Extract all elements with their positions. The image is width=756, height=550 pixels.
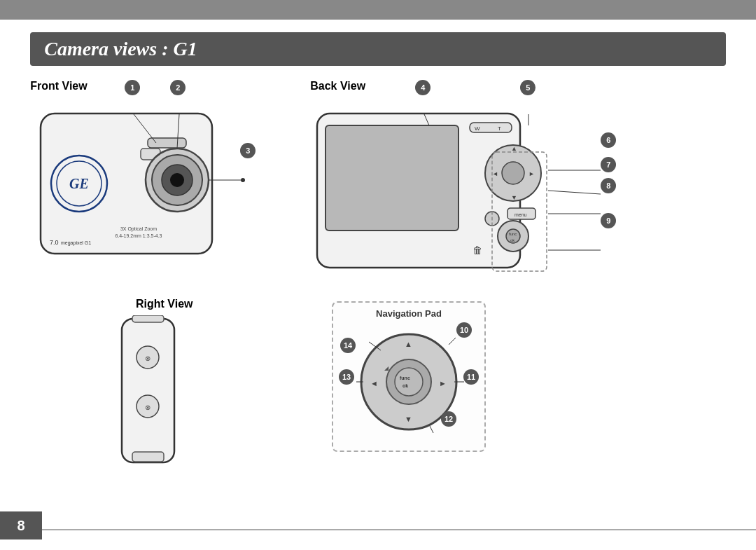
page-number: 8 — [17, 518, 24, 534]
back-camera-svg: W T ▲ ▼ ◄ ► menu func ok 🗑 — [310, 110, 625, 282]
svg-text:ok: ok — [402, 383, 408, 388]
svg-text:◢: ◢ — [384, 365, 389, 371]
right-camera-svg: ⊗ ⊗ — [108, 315, 248, 469]
svg-rect-44 — [122, 319, 174, 462]
svg-text:🗑: 🗑 — [472, 245, 482, 256]
front-camera-svg: GE 3X Optical Zoom 6.4-19.2mm 1:3.5-4.3 … — [30, 110, 261, 271]
top-bar — [0, 0, 756, 20]
badge-13: 13 — [339, 369, 354, 385]
svg-line-61 — [449, 338, 456, 345]
nav-pad-title: Navigation Pad — [339, 308, 479, 319]
front-view-area: Front View 1 2 3 GE — [30, 80, 296, 282]
front-view-label: Front View — [30, 80, 296, 92]
badge-11: 11 — [463, 369, 479, 385]
badge-5: 5 — [520, 80, 536, 95]
page-title: Camera views : G1 — [44, 38, 712, 60]
badge-1: 1 — [125, 80, 140, 95]
svg-line-39 — [548, 191, 601, 194]
svg-text:▼: ▼ — [511, 194, 517, 201]
badge-4: 4 — [415, 80, 430, 95]
badge-10: 10 — [456, 322, 472, 338]
svg-text:6.4-19.2mm 1:3.5-4.3: 6.4-19.2mm 1:3.5-4.3 — [115, 233, 162, 238]
back-view-area: Back View 4 5 6 7 8 9 — [310, 80, 660, 282]
svg-text:⊗: ⊗ — [145, 404, 150, 411]
main-content: Front View 1 2 3 GE — [30, 80, 726, 282]
badge-2: 2 — [170, 80, 186, 95]
bottom-line — [42, 529, 756, 530]
svg-line-63 — [430, 426, 433, 433]
title-bar: Camera views : G1 — [30, 32, 726, 66]
svg-text:megapixel  G1: megapixel G1 — [61, 240, 91, 246]
svg-text:▲: ▲ — [511, 145, 517, 152]
svg-text:7.0: 7.0 — [50, 239, 59, 246]
svg-text:►: ► — [528, 170, 535, 177]
svg-text:menu: menu — [514, 212, 527, 217]
svg-point-8 — [170, 173, 184, 187]
svg-text:func: func — [400, 376, 410, 380]
svg-text:▼: ▼ — [405, 415, 412, 423]
svg-text:GE: GE — [69, 176, 89, 191]
svg-rect-19 — [326, 125, 458, 231]
svg-text:func: func — [509, 232, 517, 236]
page-number-bar: 8 — [0, 511, 42, 539]
svg-text:▲: ▲ — [405, 340, 412, 348]
svg-text:◄: ◄ — [492, 170, 498, 177]
svg-text:►: ► — [439, 379, 447, 387]
right-view-label: Right View — [136, 298, 193, 310]
svg-text:W: W — [475, 125, 480, 132]
svg-point-24 — [502, 162, 524, 184]
svg-rect-45 — [132, 315, 164, 322]
svg-text:⊗: ⊗ — [145, 355, 150, 362]
nav-pad-area: Navigation Pad 10 11 12 13 14 — [332, 301, 633, 469]
svg-point-17 — [241, 178, 245, 182]
svg-point-57 — [395, 368, 423, 396]
badge-14: 14 — [340, 338, 356, 353]
badge-12: 12 — [441, 411, 456, 427]
back-view-label: Back View — [310, 80, 660, 92]
svg-text:T: T — [498, 125, 501, 132]
bottom-section: Right View ⊗ ⊗ Navigation Pad 10 — [38, 301, 717, 469]
svg-text:ok: ok — [510, 238, 515, 242]
nav-pad-box: Navigation Pad 10 11 12 13 14 — [332, 301, 486, 452]
svg-rect-50 — [132, 452, 164, 462]
svg-text:3X Optical Zoom: 3X Optical Zoom — [120, 226, 157, 232]
svg-text:◄: ◄ — [370, 379, 378, 387]
right-view-area: Right View ⊗ ⊗ — [38, 301, 304, 469]
views-row: Front View 1 2 3 GE — [30, 80, 726, 282]
